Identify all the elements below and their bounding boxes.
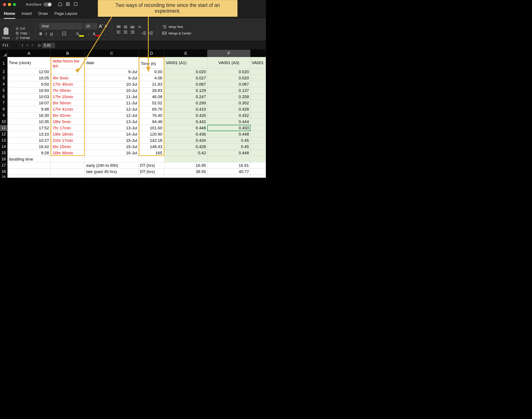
cell-A1[interactable]: Time (clock) xyxy=(8,57,50,69)
row-hdr-3[interactable]: 3 xyxy=(0,75,8,81)
cell-C6[interactable]: 11-Jul xyxy=(85,94,139,100)
cell-G13[interactable] xyxy=(250,137,266,144)
cell-F8[interactable]: 0.428 xyxy=(207,106,250,112)
cell-E5[interactable]: 0.129 xyxy=(164,87,207,94)
cell-E14[interactable]: 0.428 xyxy=(164,144,207,150)
merge-center-button[interactable]: Merge & Center xyxy=(162,31,191,35)
cell-F18[interactable]: 40.77 xyxy=(207,169,250,175)
align-middle[interactable] xyxy=(123,26,128,28)
cell-D8[interactable]: 69.70 xyxy=(139,106,164,112)
cell-D11[interactable]: 101.60 xyxy=(139,125,164,131)
cell-G12[interactable] xyxy=(250,131,266,137)
row-hdr-2[interactable]: 2 xyxy=(0,69,8,75)
cell-E6[interactable]: 0.247 xyxy=(164,94,207,100)
cell-F6[interactable]: 0.258 xyxy=(207,94,250,100)
cell-D9[interactable]: 76.40 xyxy=(139,112,164,118)
paste-dropdown[interactable]: ⌄ xyxy=(12,37,14,39)
cell-A15[interactable]: 9:28 xyxy=(8,150,50,156)
cell-B5[interactable]: 7hr 00min xyxy=(50,87,85,94)
cell-G3[interactable] xyxy=(250,75,266,81)
cell-A10[interactable]: 10:35 xyxy=(8,118,50,125)
cell-r19-1[interactable] xyxy=(50,175,85,178)
cell-D15[interactable]: 165 xyxy=(139,150,164,156)
cell-B7[interactable]: 5hr 56min xyxy=(50,100,85,106)
row-hdr-4[interactable]: 4 xyxy=(0,81,8,87)
format-painter-button[interactable]: Format xyxy=(15,36,31,39)
fx-label[interactable]: fx xyxy=(38,43,41,48)
select-all-corner[interactable] xyxy=(0,50,8,57)
cell-A3[interactable]: 16:05 xyxy=(8,75,50,81)
home-icon[interactable] xyxy=(58,2,62,7)
row-hdr-16[interactable]: 16 xyxy=(0,156,8,162)
row-hdr-17[interactable]: 17 xyxy=(0,162,8,169)
cell-A18[interactable] xyxy=(8,169,50,175)
cell-G14[interactable] xyxy=(250,144,266,150)
cell-A6[interactable]: 10:03 xyxy=(8,94,50,100)
cell-C12[interactable]: 14-Jul xyxy=(85,131,139,137)
row-hdr-1[interactable]: 1 xyxy=(0,57,8,69)
cell-D10[interactable]: 94.48 xyxy=(139,118,164,125)
cell-C5[interactable]: 10-Jul xyxy=(85,87,139,94)
cell-D17[interactable]: DT (hrs) xyxy=(139,162,164,169)
cell-C7[interactable]: 11-Jul xyxy=(85,100,139,106)
cell-A8[interactable]: 9:48 xyxy=(8,106,50,112)
cell-E15[interactable]: 0.42 xyxy=(164,150,207,156)
cell-G15[interactable] xyxy=(250,150,266,156)
cell-E16[interactable] xyxy=(164,156,207,162)
cell-E4[interactable]: 0.087 xyxy=(164,81,207,87)
cut-button[interactable]: Cut xyxy=(15,27,31,30)
row-hdr-12[interactable]: 12 xyxy=(0,131,8,137)
cell-F4[interactable]: 0.087 xyxy=(207,81,250,87)
name-box[interactable]: F11 xyxy=(0,41,20,50)
cell-G2[interactable] xyxy=(250,69,266,75)
tab-draw[interactable]: Draw xyxy=(38,11,48,19)
cell-A11[interactable]: 17:52 xyxy=(8,125,50,131)
cell-C18[interactable]: late (past 45 hrs) xyxy=(85,169,139,175)
cell-E18[interactable]: 38.55 xyxy=(164,169,207,175)
cell-C14[interactable]: 15-Jul xyxy=(85,144,139,150)
cell-A9[interactable]: 16:30 xyxy=(8,112,50,118)
col-A[interactable]: A xyxy=(8,50,50,57)
wrap-text-button[interactable]: Wrap Text xyxy=(162,25,191,29)
cell-A17[interactable] xyxy=(8,162,50,169)
row-hdr-11[interactable]: 11 xyxy=(0,125,8,131)
cell-D4[interactable]: 21.83 xyxy=(139,81,164,87)
cell-D5[interactable]: 28.83 xyxy=(139,87,164,94)
row-hdr-5[interactable]: 5 xyxy=(0,87,8,94)
cell-A7[interactable]: 16:07 xyxy=(8,100,50,106)
row-hdr-13[interactable]: 13 xyxy=(0,137,8,144)
cell-B10[interactable]: 18hr 5min xyxy=(50,118,85,125)
row-hdr-14[interactable]: 14 xyxy=(0,144,8,150)
align-bottom[interactable] xyxy=(130,26,135,28)
cell-F9[interactable]: 0.432 xyxy=(207,112,250,118)
cell-B12[interactable]: 19hr 18min xyxy=(50,131,85,137)
cell-r19-5[interactable] xyxy=(207,175,250,178)
cell-A14[interactable]: 16:42 xyxy=(8,144,50,150)
cell-r19-2[interactable] xyxy=(85,175,139,178)
cell-C4[interactable]: 10-Jul xyxy=(85,81,139,87)
cell-B15[interactable]: 16hr 46min xyxy=(50,150,85,156)
bold-button[interactable]: B xyxy=(39,32,42,36)
row-hdr-19[interactable]: 19 xyxy=(0,175,8,178)
cell-B9[interactable]: 6hr 42min xyxy=(50,112,85,118)
cell-G17[interactable] xyxy=(250,162,266,169)
close-window[interactable] xyxy=(3,3,6,6)
align-right[interactable] xyxy=(130,31,135,34)
cell-F17[interactable]: 16.81 xyxy=(207,162,250,169)
cell-F15[interactable]: 0.448 xyxy=(207,150,250,156)
cancel-icon[interactable]: × xyxy=(26,43,29,48)
cell-E13[interactable]: 0.434 xyxy=(164,137,207,144)
cell-G16[interactable] xyxy=(250,156,266,162)
cell-F3[interactable]: 0.020 xyxy=(207,75,250,81)
row-hdr-8[interactable]: 8 xyxy=(0,106,8,112)
formula-input[interactable]: 0.45 xyxy=(42,43,55,48)
italic-button[interactable]: I xyxy=(46,32,47,36)
cell-G10[interactable] xyxy=(250,118,266,125)
cell-r19-0[interactable] xyxy=(8,175,50,178)
zoom-window[interactable] xyxy=(13,3,16,6)
borders-button[interactable] xyxy=(62,31,66,37)
cell-r19-4[interactable] xyxy=(164,175,207,178)
row-hdr-10[interactable]: 10 xyxy=(0,118,8,125)
cell-E17[interactable]: 16.95 xyxy=(164,162,207,169)
cell-E7[interactable]: 0.299 xyxy=(164,100,207,106)
